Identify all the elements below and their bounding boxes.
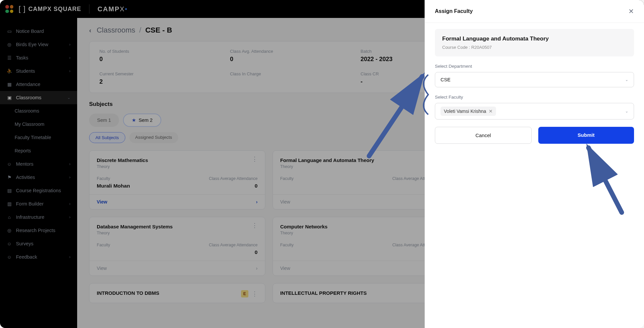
remove-chip-icon[interactable]: ✕ xyxy=(489,109,493,114)
modal-overlay[interactable] xyxy=(0,0,425,328)
department-label: Select Department xyxy=(435,64,634,69)
department-value: CSE xyxy=(441,77,451,82)
faculty-chip: Voleti Vamsi Krishna ✕ xyxy=(441,107,496,116)
chevron-down-icon: ⌄ xyxy=(625,77,628,82)
faculty-label: Select Faculty xyxy=(435,95,634,100)
cancel-button[interactable]: Cancel xyxy=(435,127,532,144)
department-select[interactable]: CSE ⌄ xyxy=(435,72,634,87)
course-info-box: Formal Language and Automata Theory Cour… xyxy=(435,29,634,56)
course-code: Course Code : R20A0507 xyxy=(442,45,627,50)
course-name: Formal Language and Automata Theory xyxy=(442,36,627,42)
submit-button[interactable]: Submit xyxy=(538,127,634,144)
assign-faculty-drawer: Assign Faculty ✕ Formal Language and Aut… xyxy=(425,0,644,328)
drawer-title: Assign Faculty xyxy=(435,8,473,14)
chevron-down-icon: ⌄ xyxy=(625,109,628,114)
faculty-select[interactable]: Voleti Vamsi Krishna ✕ ⌄ xyxy=(435,103,634,120)
close-icon[interactable]: ✕ xyxy=(628,7,634,15)
